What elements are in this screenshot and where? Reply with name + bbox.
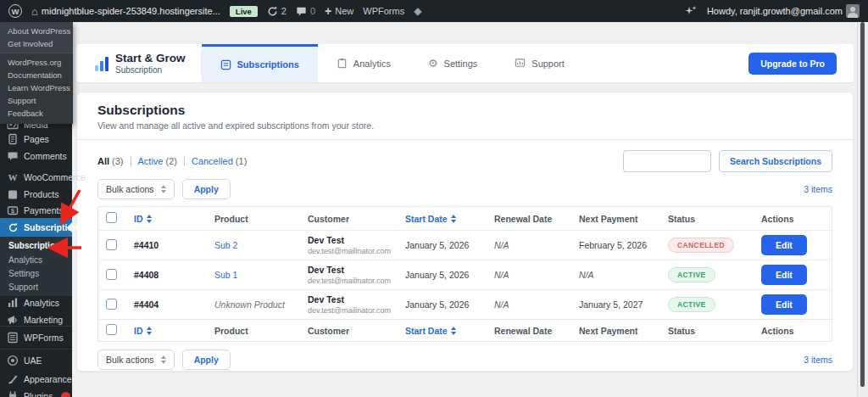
status-badge: ACTIVE bbox=[668, 297, 715, 312]
brand-subtitle: Subscription bbox=[115, 65, 186, 75]
submenu-item-subscriptions[interactable]: Subscriptions bbox=[0, 238, 72, 252]
sidebar-separator bbox=[0, 326, 72, 327]
select-all-checkbox[interactable] bbox=[106, 324, 117, 335]
sidebar-item-woocommerce[interactable]: W WooCommerce bbox=[0, 169, 72, 186]
sidebar-item-comments[interactable]: Comments bbox=[0, 148, 72, 165]
menu-item-support[interactable]: Support bbox=[0, 94, 73, 107]
submenu-item-analytics[interactable]: Analytics bbox=[0, 253, 72, 266]
sidebar-item-products[interactable]: Products bbox=[0, 186, 72, 203]
table-row: #4408 Sub 1 Dev Test dev.test@mailinator… bbox=[98, 260, 832, 289]
wpforms-icon bbox=[7, 332, 19, 344]
filter-active[interactable]: Active (2) bbox=[131, 156, 184, 166]
select-chevrons-icon bbox=[161, 182, 166, 196]
site-name-link[interactable]: ⌂ midnightblue-spider-253849.hostingersi… bbox=[31, 6, 220, 17]
sidebar-item-appearance[interactable]: Appearance bbox=[0, 371, 72, 388]
column-header-next-payment: Next Payment bbox=[579, 214, 668, 224]
select-all-checkbox[interactable] bbox=[106, 212, 117, 223]
subscriptions-tab-icon bbox=[220, 59, 231, 70]
search-subscriptions-button[interactable]: Search Subscriptions bbox=[719, 150, 832, 172]
product-link[interactable]: Sub 2 bbox=[214, 240, 237, 250]
hostinger-diamond-icon[interactable]: ◆ bbox=[414, 5, 421, 17]
renewal-date: N/A bbox=[494, 240, 579, 250]
tab-support[interactable]: Support bbox=[496, 44, 583, 82]
row-checkbox[interactable] bbox=[106, 299, 117, 310]
menu-item-feedback[interactable]: Feedback bbox=[0, 107, 73, 120]
column-header-start-date[interactable]: Start Date bbox=[405, 212, 494, 226]
column-footer-status: Status bbox=[668, 326, 761, 336]
sort-icon bbox=[451, 212, 456, 226]
update-count: 2 bbox=[281, 6, 287, 16]
sidebar-item-uae[interactable]: UAE bbox=[0, 352, 72, 369]
submenu-item-support[interactable]: Support bbox=[0, 280, 72, 294]
column-footer-renewal-date: Renewal Date bbox=[494, 326, 579, 336]
column-footer-customer: Customer bbox=[308, 326, 405, 336]
updates-link[interactable]: 2 bbox=[267, 6, 287, 17]
appearance-brush-icon bbox=[7, 373, 19, 385]
sidebar-label: Appearance bbox=[24, 374, 72, 384]
sidebar-item-wpforms[interactable]: WPForms bbox=[0, 329, 72, 346]
sidebar-item-pages[interactable]: Pages bbox=[0, 131, 72, 148]
menu-item-about-wordpress[interactable]: About WordPress bbox=[0, 25, 73, 37]
sidebar-label: Pages bbox=[24, 134, 49, 144]
table-header-row: ID Product Customer Start Date Renewal D… bbox=[98, 207, 832, 230]
column-footer-start-date[interactable]: Start Date bbox=[405, 324, 494, 338]
column-header-id[interactable]: ID bbox=[134, 212, 214, 226]
row-checkbox[interactable] bbox=[106, 239, 117, 250]
edit-button[interactable]: Edit bbox=[761, 235, 807, 255]
comments-link[interactable]: 0 bbox=[296, 6, 315, 17]
site-name: midnightblue-spider-253849.hostingersite… bbox=[42, 6, 220, 16]
plugin-header: Start & Grow Subscription Subscriptions … bbox=[76, 44, 854, 82]
edit-button[interactable]: Edit bbox=[761, 265, 807, 285]
analytics-tab-icon bbox=[337, 58, 348, 69]
sidebar-item-analytics[interactable]: Analytics bbox=[0, 294, 72, 311]
wp-logo-menu-button[interactable]: W bbox=[8, 4, 22, 18]
scrollbar[interactable] bbox=[857, 22, 868, 397]
sidebar-label: Products bbox=[24, 189, 58, 199]
tab-settings[interactable]: ⚙ Settings bbox=[409, 44, 496, 82]
search-input[interactable] bbox=[623, 150, 711, 172]
customer-name: Dev Test bbox=[308, 265, 400, 275]
howdy-text: Howdy, ranjit.growth@gmail.com bbox=[707, 6, 843, 16]
apply-button[interactable]: Apply bbox=[182, 179, 231, 199]
product-name: Unknown Product bbox=[214, 299, 285, 310]
wpforms-admin-link[interactable]: WPForms bbox=[363, 6, 404, 16]
renewal-date: N/A bbox=[494, 270, 579, 280]
items-count-bottom: 3 items bbox=[804, 355, 832, 365]
menu-item-documentation[interactable]: Documentation bbox=[0, 69, 73, 81]
subscription-id: #4410 bbox=[134, 240, 214, 250]
sidebar-item-payments[interactable]: $ Payments bbox=[0, 202, 72, 219]
customer-email: dev.test@mailinator.com bbox=[308, 306, 400, 315]
column-header-product: Product bbox=[214, 214, 308, 224]
customer-email: dev.test@mailinator.com bbox=[308, 247, 400, 255]
column-footer-id[interactable]: ID bbox=[134, 324, 214, 338]
menu-item-get-involved[interactable]: Get Involved bbox=[0, 37, 73, 50]
account-menu[interactable]: Howdy, ranjit.growth@gmail.com bbox=[707, 4, 860, 18]
row-checkbox[interactable] bbox=[106, 269, 117, 280]
filter-all[interactable]: All (3) bbox=[97, 156, 131, 166]
menu-item-wordpress-org[interactable]: WordPress.org bbox=[0, 56, 73, 69]
plugins-icon bbox=[7, 390, 19, 397]
subscriptions-card: Subscriptions View and manage all active… bbox=[76, 92, 854, 372]
new-content-button[interactable]: + New bbox=[325, 4, 353, 18]
sidebar-item-plugins[interactable]: Plugins bbox=[0, 388, 72, 397]
menu-item-learn-wordpress[interactable]: Learn WordPress bbox=[0, 81, 73, 94]
column-footer-product: Product bbox=[214, 326, 308, 336]
bulk-actions-select-bottom[interactable]: Bulk actions bbox=[97, 349, 175, 370]
product-link[interactable]: Sub 1 bbox=[214, 270, 237, 280]
analytics-icon bbox=[7, 297, 19, 309]
sidebar-item-subscriptions[interactable]: Subscriptions bbox=[0, 218, 72, 237]
sparkle-icon[interactable] bbox=[684, 5, 698, 17]
tab-analytics[interactable]: Analytics bbox=[318, 44, 409, 82]
start-date: January 5, 2026 bbox=[405, 270, 494, 280]
edit-button[interactable]: Edit bbox=[761, 294, 807, 315]
bulk-actions-select[interactable]: Bulk actions bbox=[97, 179, 175, 199]
scrollbar-thumb[interactable] bbox=[860, 22, 865, 387]
sidebar-label: WooCommerce bbox=[24, 172, 86, 182]
tab-subscriptions[interactable]: Subscriptions bbox=[202, 44, 318, 82]
apply-button-bottom[interactable]: Apply bbox=[182, 349, 231, 370]
submenu-item-settings[interactable]: Settings bbox=[0, 266, 72, 280]
card-header: Subscriptions View and manage all active… bbox=[77, 92, 853, 140]
sidebar-label: Plugins bbox=[24, 391, 53, 397]
upgrade-to-pro-button[interactable]: Upgrade to Pro bbox=[748, 53, 837, 75]
filter-cancelled[interactable]: Cancelled (1) bbox=[184, 156, 253, 166]
